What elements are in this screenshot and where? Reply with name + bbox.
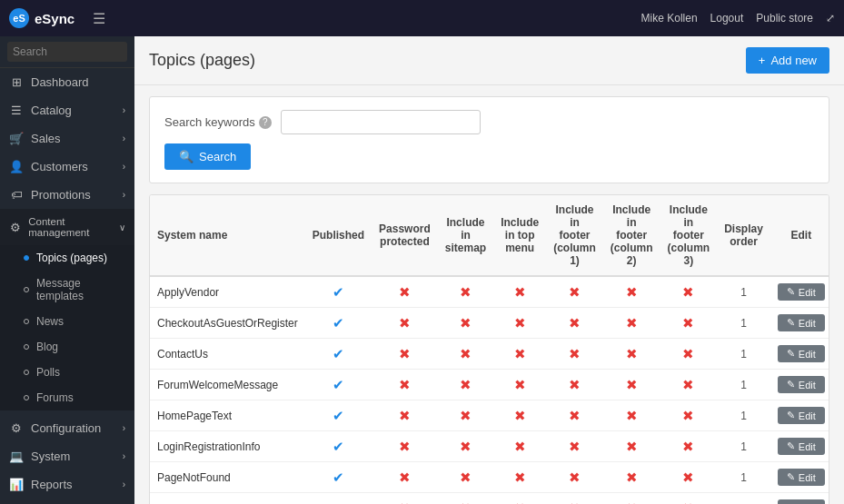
sidebar-item-help[interactable]: ? Help › bbox=[0, 499, 134, 504]
col-display-order: Display order bbox=[717, 195, 770, 276]
search-keywords-input[interactable] bbox=[281, 110, 481, 134]
edit-button[interactable]: ✎ Edit bbox=[778, 314, 825, 331]
edit-button[interactable]: ✎ Edit bbox=[778, 345, 825, 362]
cross-icon: ✖ bbox=[399, 500, 411, 505]
published-cell: ✔ bbox=[305, 400, 372, 431]
cross-icon: ✖ bbox=[399, 469, 411, 485]
edit-cell: ✎ Edit bbox=[770, 431, 829, 462]
cross-icon: ✖ bbox=[569, 408, 581, 423]
cross-icon: ✖ bbox=[460, 284, 472, 300]
cross-icon: ✖ bbox=[682, 284, 694, 300]
content-management-icon: ⚙ bbox=[9, 221, 21, 234]
sidebar-sub-item-polls[interactable]: Polls bbox=[0, 360, 134, 385]
edit-cell: ✎ Edit bbox=[770, 276, 829, 308]
logo-text: eSync bbox=[35, 11, 74, 26]
sidebar-item-system[interactable]: 💻 System › bbox=[0, 442, 134, 470]
cross-icon: ✖ bbox=[626, 346, 638, 361]
sitemap-cell: ✖ bbox=[438, 431, 493, 462]
col-top-menu: Include in top menu bbox=[493, 195, 546, 276]
edit-button[interactable]: ✎ Edit bbox=[778, 438, 825, 455]
sidebar-item-reports[interactable]: 📊 Reports › bbox=[0, 470, 134, 499]
check-icon: ✔ bbox=[333, 469, 344, 485]
table-row: VendorTermsOfService✔✖✖✖✖✖✖1✎ Edit bbox=[150, 493, 829, 505]
hamburger-icon[interactable]: ☰ bbox=[93, 10, 105, 27]
col-system-name: System name bbox=[150, 195, 305, 276]
cross-icon: ✖ bbox=[569, 346, 581, 361]
check-icon: ✔ bbox=[333, 284, 344, 300]
footer1-cell: ✖ bbox=[546, 339, 603, 370]
table-row: ContactUs✔✖✖✖✖✖✖1✎ Edit bbox=[150, 339, 829, 370]
display-order-cell: 1 bbox=[717, 493, 770, 505]
table-row: LoginRegistrationInfo✔✖✖✖✖✖✖1✎ Edit bbox=[150, 431, 829, 462]
check-icon: ✔ bbox=[333, 377, 344, 392]
cross-icon: ✖ bbox=[399, 346, 411, 361]
sitemap-cell: ✖ bbox=[438, 339, 493, 370]
table-row: CheckoutAsGuestOrRegister✔✖✖✖✖✖✖1✎ Edit bbox=[150, 308, 829, 339]
sidebar-item-content-management[interactable]: ⚙ Content management ∨ bbox=[0, 209, 134, 245]
sidebar-item-customers[interactable]: 👤 Customers › bbox=[0, 153, 134, 181]
sales-icon: 🛒 bbox=[9, 132, 24, 145]
cross-icon: ✖ bbox=[514, 346, 526, 361]
sidebar-search-input[interactable] bbox=[7, 42, 127, 62]
system-icon: 💻 bbox=[9, 450, 24, 463]
sidebar-item-dashboard[interactable]: ⊞ Dashboard bbox=[0, 68, 134, 96]
edit-button[interactable]: ✎ Edit bbox=[778, 283, 825, 301]
footer1-cell: ✖ bbox=[546, 276, 603, 308]
sidebar-sub-item-news[interactable]: News bbox=[0, 309, 134, 334]
sidebar-item-promotions[interactable]: 🏷 Promotions › bbox=[0, 181, 134, 209]
top-menu-cell: ✖ bbox=[493, 493, 546, 505]
sidebar-sub-item-forums[interactable]: Forums bbox=[0, 385, 134, 410]
cross-icon: ✖ bbox=[682, 439, 694, 454]
cross-icon: ✖ bbox=[514, 500, 526, 505]
cross-icon: ✖ bbox=[626, 500, 638, 505]
edit-button[interactable]: ✎ Edit bbox=[778, 376, 825, 393]
cross-icon: ✖ bbox=[460, 377, 472, 392]
sidebar-item-configuration[interactable]: ⚙ Configuration › bbox=[0, 414, 134, 442]
edit-cell: ✎ Edit bbox=[770, 370, 829, 400]
share-icon[interactable]: ⤢ bbox=[826, 12, 835, 25]
table-row: ForumWelcomeMessage✔✖✖✖✖✖✖1✎ Edit bbox=[150, 370, 829, 400]
cross-icon: ✖ bbox=[626, 408, 638, 423]
edit-button[interactable]: ✎ Edit bbox=[778, 499, 825, 504]
published-cell: ✔ bbox=[305, 431, 372, 462]
col-footer3: Include in footer (column 3) bbox=[660, 195, 718, 276]
sidebar: ⊞ Dashboard ☰ Catalog › 🛒 Sales › 👤 Cust… bbox=[0, 36, 134, 504]
display-order-cell: 1 bbox=[717, 400, 770, 431]
edit-cell: ✎ Edit bbox=[770, 462, 829, 493]
pencil-icon: ✎ bbox=[787, 379, 795, 390]
user-name[interactable]: Mike Kollen bbox=[641, 12, 698, 25]
public-store-link[interactable]: Public store bbox=[756, 12, 813, 25]
add-new-label: Add new bbox=[770, 54, 817, 67]
logout-link[interactable]: Logout bbox=[710, 12, 744, 25]
sidebar-sub-item-message-templates[interactable]: Message templates bbox=[0, 271, 134, 309]
sidebar-item-sales[interactable]: 🛒 Sales › bbox=[0, 124, 134, 153]
table-body: ApplyVendor✔✖✖✖✖✖✖1✎ EditCheckoutAsGuest… bbox=[150, 276, 829, 504]
search-button[interactable]: 🔍 Search bbox=[164, 143, 251, 170]
sidebar-sub-item-blog[interactable]: Blog bbox=[0, 334, 134, 360]
top-menu-cell: ✖ bbox=[493, 431, 546, 462]
check-icon: ✔ bbox=[333, 500, 344, 505]
blog-dot bbox=[24, 344, 29, 350]
add-new-button[interactable]: + Add new bbox=[746, 47, 829, 74]
system-arrow-icon: › bbox=[123, 451, 125, 461]
topbar: eS eSync ☰ Mike Kollen Logout Public sto… bbox=[0, 0, 844, 36]
help-tooltip-icon[interactable]: ? bbox=[259, 116, 272, 129]
footer3-cell: ✖ bbox=[660, 431, 718, 462]
footer2-cell: ✖ bbox=[603, 400, 660, 431]
cross-icon: ✖ bbox=[399, 408, 411, 423]
sitemap-cell: ✖ bbox=[438, 276, 493, 308]
sidebar-item-label: Dashboard bbox=[31, 75, 89, 89]
cross-icon: ✖ bbox=[682, 315, 694, 331]
edit-button[interactable]: ✎ Edit bbox=[778, 469, 825, 486]
search-row: Search keywords ? bbox=[164, 110, 814, 134]
cross-icon: ✖ bbox=[569, 439, 581, 454]
catalog-arrow-icon: › bbox=[123, 105, 125, 115]
password-cell: ✖ bbox=[372, 462, 438, 493]
sub-item-label: Message templates bbox=[36, 277, 125, 302]
cross-icon: ✖ bbox=[460, 439, 472, 454]
cross-icon: ✖ bbox=[399, 439, 411, 454]
sidebar-sub-item-topics-pages[interactable]: Topics (pages) bbox=[0, 245, 134, 271]
edit-button[interactable]: ✎ Edit bbox=[778, 407, 825, 424]
display-order-cell: 1 bbox=[717, 276, 770, 308]
sidebar-item-catalog[interactable]: ☰ Catalog › bbox=[0, 96, 134, 124]
